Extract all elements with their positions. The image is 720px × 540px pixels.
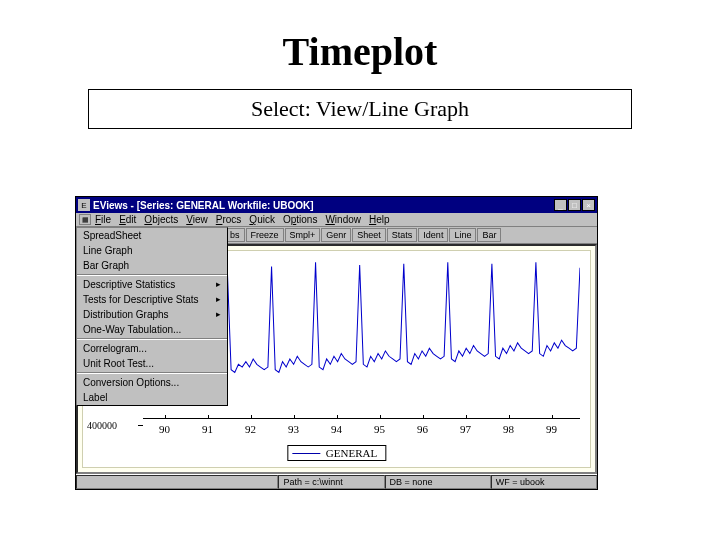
- status-wf: WF = ubook: [491, 475, 597, 489]
- statusbar: Path = c:\winnt DB = none WF = ubook: [76, 474, 597, 489]
- menu-window[interactable]: Window: [325, 214, 361, 225]
- close-button[interactable]: ×: [582, 199, 595, 211]
- x-tick-label: 96: [417, 423, 428, 435]
- x-tick-label: 99: [546, 423, 557, 435]
- dropdown-item-distribution-graphs[interactable]: Distribution Graphs▸: [77, 307, 227, 322]
- menu-options[interactable]: Options: [283, 214, 317, 225]
- instruction-text: Select: View/Line Graph: [251, 96, 469, 121]
- toolbar-smpl--button[interactable]: Smpl+: [285, 228, 321, 242]
- submenu-arrow-icon: ▸: [216, 279, 221, 289]
- legend-swatch-icon: [292, 453, 320, 454]
- maximize-button[interactable]: □: [568, 199, 581, 211]
- dropdown-item-unit-root-test-[interactable]: Unit Root Test...: [77, 356, 227, 371]
- submenu-arrow-icon: ▸: [216, 309, 221, 319]
- mdi-child-icon[interactable]: ▦: [79, 214, 91, 225]
- instruction-box: Select: View/Line Graph: [88, 89, 632, 129]
- legend-label: GENERAL: [326, 447, 377, 459]
- window-title: EViews - [Series: GENERAL Workfile: UBOO…: [93, 200, 554, 211]
- toolbar-stats-button[interactable]: Stats: [387, 228, 418, 242]
- toolbar-line-button[interactable]: Line: [449, 228, 476, 242]
- y-tick-label: 400000: [87, 420, 117, 431]
- dropdown-item-label[interactable]: Label: [77, 390, 227, 405]
- menu-objects[interactable]: Objects: [144, 214, 178, 225]
- x-tick-label: 94: [331, 423, 342, 435]
- app-icon: E: [78, 199, 90, 211]
- menu-help[interactable]: Help: [369, 214, 390, 225]
- dropdown-item-tests-for-descriptive-stats[interactable]: Tests for Descriptive Stats▸: [77, 292, 227, 307]
- toolbar-genr-button[interactable]: Genr: [321, 228, 351, 242]
- x-tick-label: 98: [503, 423, 514, 435]
- menubar: ▦ FFileile Edit Objects View Procs Quick…: [76, 213, 597, 227]
- x-tick-label: 93: [288, 423, 299, 435]
- toolbar-sheet-button[interactable]: Sheet: [352, 228, 386, 242]
- status-path: Path = c:\winnt: [278, 475, 384, 489]
- eviews-window: E EViews - [Series: GENERAL Workfile: UB…: [75, 196, 598, 490]
- submenu-arrow-icon: ▸: [216, 294, 221, 304]
- menu-procs[interactable]: Procs: [216, 214, 242, 225]
- x-tick-label: 92: [245, 423, 256, 435]
- dropdown-item-bar-graph[interactable]: Bar Graph: [77, 258, 227, 273]
- toolbar-ident-button[interactable]: Ident: [418, 228, 448, 242]
- dropdown-item-descriptive-statistics[interactable]: Descriptive Statistics▸: [77, 277, 227, 292]
- menu-edit[interactable]: Edit: [119, 214, 136, 225]
- x-tick-label: 91: [202, 423, 213, 435]
- x-tick-label: 97: [460, 423, 471, 435]
- menu-file[interactable]: FFileile: [95, 214, 111, 225]
- slide-title: Timeplot: [0, 28, 720, 75]
- legend: GENERAL: [287, 445, 386, 461]
- menu-view[interactable]: View: [186, 214, 208, 225]
- x-tick-label: 90: [159, 423, 170, 435]
- menu-quick[interactable]: Quick: [249, 214, 275, 225]
- dropdown-item-conversion-options-[interactable]: Conversion Options...: [77, 375, 227, 390]
- titlebar: E EViews - [Series: GENERAL Workfile: UB…: [76, 197, 597, 213]
- x-tick-label: 95: [374, 423, 385, 435]
- status-left: [76, 475, 278, 489]
- dropdown-item-line-graph[interactable]: Line Graph: [77, 243, 227, 258]
- dropdown-item-one-way-tabulation-[interactable]: One-Way Tabulation...: [77, 322, 227, 337]
- status-db: DB = none: [385, 475, 491, 489]
- dropdown-item-correlogram-[interactable]: Correlogram...: [77, 341, 227, 356]
- view-dropdown-menu: SpreadSheetLine GraphBar GraphDescriptiv…: [76, 227, 228, 406]
- toolbar-freeze-button[interactable]: Freeze: [246, 228, 284, 242]
- dropdown-item-spreadsheet[interactable]: SpreadSheet: [77, 228, 227, 243]
- toolbar-bar-button[interactable]: Bar: [477, 228, 501, 242]
- minimize-button[interactable]: _: [554, 199, 567, 211]
